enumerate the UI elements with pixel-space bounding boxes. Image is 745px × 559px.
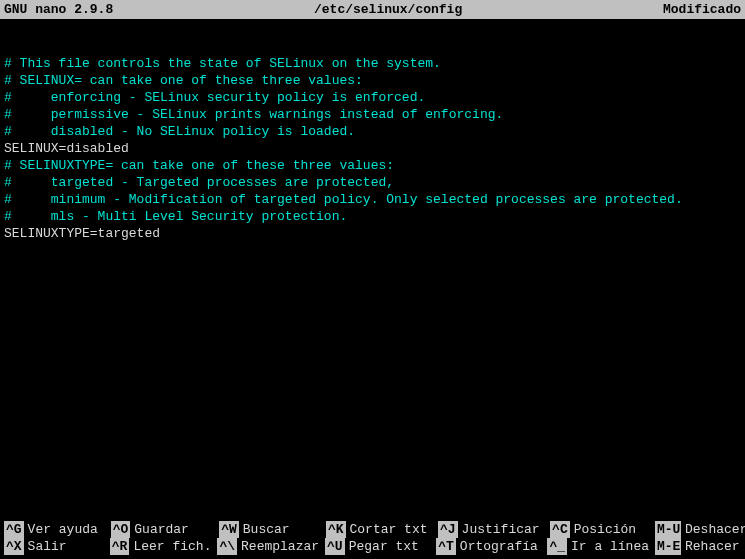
shortcut-label: Ver ayuda [28,521,98,538]
shortcut-label: Pegar txt [349,538,419,555]
key-badge: ^O [111,521,131,538]
shortcut-search[interactable]: ^WBuscar [219,521,320,538]
file-line: # SELINUXTYPE= can take one of these thr… [4,158,394,173]
shortcut-spell[interactable]: ^TOrtografía [436,538,541,555]
shortcut-label: Salir [28,538,67,555]
file-line: # This file controls the state of SELinu… [4,56,441,71]
app-name: GNU nano 2.9.8 [4,1,113,18]
shortcut-paste[interactable]: ^UPegar txt [325,538,430,555]
shortcut-replace[interactable]: ^\Reemplazar [217,538,319,555]
shortcut-bar: ^GVer ayuda ^OGuardar ^WBuscar ^KCortar … [4,521,741,555]
key-badge: M-E [655,538,681,555]
shortcut-undo[interactable]: M-UDeshacer [655,521,735,538]
file-line: # disabled - No SELinux policy is loaded… [4,124,355,139]
file-line: SELINUX=disabled [4,141,129,156]
shortcut-label: Justificar [462,521,540,538]
shortcut-label: Buscar [243,521,290,538]
shortcut-row: ^XSalir ^RLeer fich. ^\Reemplazar ^UPega… [4,538,741,555]
shortcut-redo[interactable]: M-ERehacer [655,538,735,555]
shortcut-label: Guardar [134,521,189,538]
file-line: # targeted - Targeted processes are prot… [4,175,394,190]
shortcut-label: Ir a línea [571,538,649,555]
shortcut-goto-line[interactable]: ^_Ir a línea [547,538,649,555]
key-badge: ^T [436,538,456,555]
shortcut-position[interactable]: ^CPosición [550,521,649,538]
key-badge: M-U [655,521,681,538]
shortcut-label: Ortografía [460,538,538,555]
file-status: Modificado [663,1,741,18]
key-badge: ^\ [217,538,237,555]
shortcut-label: Leer fich. [133,538,211,555]
shortcut-writeout[interactable]: ^OGuardar [111,521,214,538]
shortcut-label: Reemplazar [241,538,319,555]
key-badge: ^X [4,538,24,555]
file-line: # mls - Multi Level Security protection. [4,209,347,224]
key-badge: ^U [325,538,345,555]
shortcut-label: Deshacer [685,521,745,538]
key-badge: ^W [219,521,239,538]
key-badge: ^G [4,521,24,538]
shortcut-cut[interactable]: ^KCortar txt [326,521,432,538]
file-line: # SELINUX= can take one of these three v… [4,73,363,88]
key-badge: ^_ [547,538,567,555]
shortcut-readfile[interactable]: ^RLeer fich. [110,538,212,555]
shortcut-justify[interactable]: ^JJustificar [438,521,544,538]
file-line: # minimum - Modification of targeted pol… [4,192,683,207]
shortcut-row: ^GVer ayuda ^OGuardar ^WBuscar ^KCortar … [4,521,741,538]
shortcut-label: Posición [574,521,636,538]
key-badge: ^K [326,521,346,538]
editor-area[interactable]: # This file controls the state of SELinu… [0,19,745,509]
file-line: # permissive - SELinux prints warnings i… [4,107,503,122]
file-line: SELINUXTYPE=targeted [4,226,160,241]
key-badge: ^C [550,521,570,538]
shortcut-label: Rehacer [685,538,740,555]
file-line: # enforcing - SELinux security policy is… [4,90,425,105]
key-badge: ^R [110,538,130,555]
key-badge: ^J [438,521,458,538]
shortcut-exit[interactable]: ^XSalir [4,538,104,555]
file-path: /etc/selinux/config [113,1,663,18]
shortcut-label: Cortar txt [350,521,428,538]
title-bar: GNU nano 2.9.8 /etc/selinux/config Modif… [0,0,745,19]
shortcut-help[interactable]: ^GVer ayuda [4,521,105,538]
